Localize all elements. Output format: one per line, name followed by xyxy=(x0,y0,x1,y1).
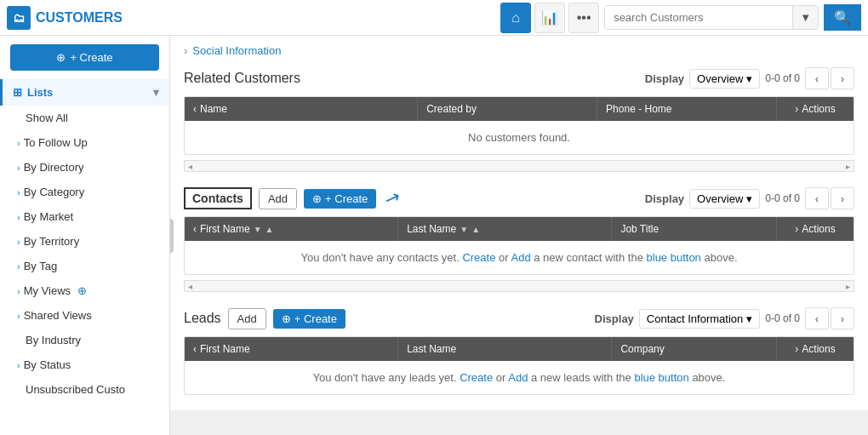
related-customers-count: 0-0 of 0 xyxy=(765,72,800,84)
sidebar-item-by-territory-label: By Territory xyxy=(24,235,80,248)
th-actions: › Actions xyxy=(777,97,854,121)
breadcrumb: › Social Information xyxy=(170,36,868,62)
contacts-section: Contacts Add ⊕ + Create ↙ Display Overvi… xyxy=(170,182,868,292)
chevron-icon: › xyxy=(17,261,20,272)
sidebar-item-by-status[interactable]: › By Status xyxy=(0,352,169,377)
th-created[interactable]: Created by xyxy=(418,97,597,121)
search-dropdown-btn[interactable]: ▼ xyxy=(792,6,818,29)
leads-create-button[interactable]: ⊕ + Create xyxy=(273,309,345,329)
sidebar-item-by-territory[interactable]: › By Territory xyxy=(0,229,169,254)
create-plus-icon: ⊕ xyxy=(56,51,66,64)
th-job-title[interactable]: Job Title xyxy=(612,217,777,241)
related-customers-display-select[interactable]: Overview ▾ xyxy=(689,69,760,89)
sort-filter-icon-2: ▼ xyxy=(460,225,468,234)
home-icon-btn[interactable]: ⌂ xyxy=(500,3,531,33)
chevron-icon: › xyxy=(17,360,20,370)
sidebar-item-by-category-label: By Category xyxy=(24,186,85,198)
contacts-create-button[interactable]: ⊕ + Create xyxy=(304,189,376,209)
sidebar-item-by-directory[interactable]: › By Directory xyxy=(0,155,169,180)
th-job-title-label: Job Title xyxy=(620,223,659,235)
th-leads-company[interactable]: Company xyxy=(612,337,777,361)
contacts-section-header: Contacts Add ⊕ + Create ↙ Display Overvi… xyxy=(170,182,868,216)
nav-icons: ⌂ 📊 ••• xyxy=(500,3,599,33)
contacts-create-link[interactable]: Create xyxy=(462,251,495,264)
leads-next-button[interactable]: › xyxy=(831,307,854,329)
leads-display-select[interactable]: Contact Information ▾ xyxy=(639,309,760,329)
sort-filter-icon: ▼ xyxy=(254,225,262,234)
home-icon: ⌂ xyxy=(511,10,520,26)
th-contacts-actions: › Actions xyxy=(777,217,854,241)
sidebar-item-shared-views[interactable]: › Shared Views xyxy=(0,303,169,328)
sidebar-item-by-industry[interactable]: By Industry xyxy=(0,328,169,352)
create-label: + Create xyxy=(70,51,112,64)
contacts-scroll-right-icon: ▸ xyxy=(842,282,854,291)
th-name[interactable]: ‹ Name xyxy=(185,97,418,121)
th-first-name[interactable]: ‹ First Name ▼ ▲ xyxy=(185,217,398,241)
sidebar-item-by-market[interactable]: › By Market xyxy=(0,204,169,229)
related-customers-table: ‹ Name Created by Phone - Home › Actions xyxy=(184,96,854,155)
leads-add-link[interactable]: Add xyxy=(508,371,528,384)
contacts-table-header: ‹ First Name ▼ ▲ Last Name ▼ ▲ Job Title xyxy=(185,217,854,241)
th-contacts-actions-label: Actions xyxy=(802,223,835,235)
leads-add-button[interactable]: Add xyxy=(228,308,266,329)
create-button[interactable]: ⊕ + Create xyxy=(10,44,159,71)
chart-icon-btn[interactable]: 📊 xyxy=(534,3,565,33)
search-container: ▼ xyxy=(604,5,819,30)
leads-count: 0-0 of 0 xyxy=(765,312,800,324)
sidebar-item-by-category[interactable]: › By Category xyxy=(0,180,169,204)
leads-create-link[interactable]: Create xyxy=(460,371,493,384)
th-leads-last-name[interactable]: Last Name xyxy=(398,337,612,361)
sidebar-item-unsubscribed[interactable]: Unsubscribed Custo xyxy=(0,377,169,402)
sidebar-item-to-follow-up[interactable]: › To Follow Up xyxy=(0,130,169,155)
lists-grid-icon: ⊞ xyxy=(13,86,22,99)
related-customers-empty-message: No customers found. xyxy=(185,121,854,154)
contacts-scroll-bar[interactable]: ◂ ▸ xyxy=(184,280,854,292)
related-customers-scroll-bar[interactable]: ◂ ▸ xyxy=(184,160,854,172)
sidebar-item-show-all[interactable]: Show All xyxy=(0,106,169,130)
contacts-prev-button[interactable]: ‹ xyxy=(805,187,829,209)
lists-header[interactable]: ⊞ Lists ▾ xyxy=(0,79,169,106)
sidebar: ⊕ + Create ⊞ Lists ▾ Show All › To Follo… xyxy=(0,36,170,435)
chevron-icon: › xyxy=(17,237,20,247)
th-leads-actions-label: Actions xyxy=(802,343,835,355)
related-customers-display-row: Display Overview ▾ 0-0 of 0 ‹ › xyxy=(645,67,854,89)
leads-title: Leads xyxy=(184,311,221,326)
more-icon-btn[interactable]: ••• xyxy=(568,3,599,33)
main-content: › Social Information Related Customers D… xyxy=(170,36,868,410)
related-customers-display-value: Overview xyxy=(697,72,743,85)
contacts-next-button[interactable]: › xyxy=(831,187,854,209)
leads-display-value: Contact Information xyxy=(647,312,743,325)
sort-asc-icon-2: ▲ xyxy=(471,225,480,234)
contacts-display-chevron: ▾ xyxy=(746,192,752,205)
th-phone[interactable]: Phone - Home xyxy=(597,97,777,121)
th-leads-first-name[interactable]: ‹ First Name xyxy=(185,337,398,361)
sidebar-item-by-tag[interactable]: › By Tag xyxy=(0,254,169,278)
search-button[interactable]: 🔍 xyxy=(824,4,861,31)
breadcrumb-link[interactable]: Social Information xyxy=(192,44,281,57)
related-customers-nav-arrows: ‹ › xyxy=(805,67,854,89)
contacts-add-button[interactable]: Add xyxy=(259,188,297,209)
search-input[interactable] xyxy=(605,6,792,29)
collapse-handle[interactable]: ◂ xyxy=(170,219,174,253)
prev-page-button[interactable]: ‹ xyxy=(805,67,829,89)
chevron-icon: › xyxy=(17,311,20,321)
lists-label: Lists xyxy=(27,86,53,99)
leads-section-header: Leads Add ⊕ + Create Display Contact Inf… xyxy=(170,302,868,336)
contacts-add-link[interactable]: Add xyxy=(511,251,531,264)
th-created-label: Created by xyxy=(426,103,477,115)
leads-create-label: + Create xyxy=(294,312,337,325)
contacts-display-select[interactable]: Overview ▾ xyxy=(689,189,760,209)
search-icon: 🔍 xyxy=(834,10,851,25)
th-leads-actions-chevron: › xyxy=(795,343,798,355)
sidebar-item-my-views[interactable]: › My Views ⊕ xyxy=(0,278,169,303)
leads-nav-arrows: ‹ › xyxy=(805,307,854,329)
th-leads-first-chevron: ‹ xyxy=(193,343,197,355)
th-phone-label: Phone - Home xyxy=(606,103,671,115)
leads-prev-button[interactable]: ‹ xyxy=(805,307,829,329)
sidebar-item-by-status-label: By Status xyxy=(24,358,71,371)
next-page-button[interactable]: › xyxy=(831,67,854,89)
sort-asc-icon: ▲ xyxy=(266,225,274,234)
scroll-right-icon: ▸ xyxy=(842,162,854,171)
th-last-name[interactable]: Last Name ▼ ▲ xyxy=(398,217,612,241)
contacts-empty-message: You don't have any contacts yet. Create … xyxy=(185,241,854,274)
